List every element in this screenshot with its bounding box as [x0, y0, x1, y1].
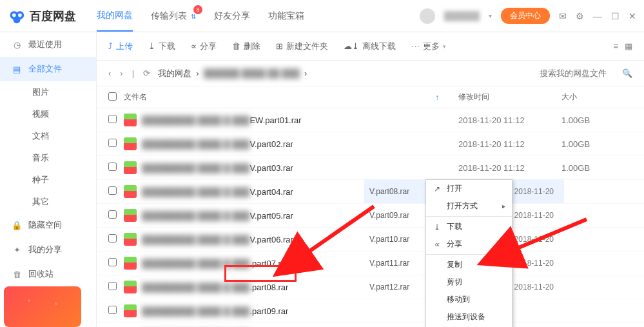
ctx-open[interactable]: ↗打开 [426, 180, 512, 197]
delete-icon: 🗑 [232, 41, 240, 51]
clock-icon: ◷ [12, 39, 22, 50]
overlay-time: 2018-11-20 [514, 187, 554, 196]
open-icon: ↗ [433, 184, 442, 193]
row-checkbox[interactable] [108, 258, 117, 266]
breadcrumb[interactable]: 我的网盘 › ██████ ████ ██ ███ › [158, 68, 307, 79]
sidebar-label: 隐藏空间 [28, 219, 62, 231]
row-checkbox[interactable] [108, 210, 117, 219]
file-mtime: 2018-11-20 11:12 [458, 139, 561, 149]
file-row[interactable]: █████████ ████ █ ███ V.part03.rar 2018-1… [97, 156, 644, 180]
select-all-checkbox[interactable] [108, 92, 117, 101]
ctx-cut[interactable]: 剪切 [426, 273, 512, 291]
col-mtime-label[interactable]: 修改时间 [458, 92, 561, 103]
transfer-badge: 8 [193, 5, 202, 14]
rar-file-icon [124, 233, 137, 246]
view-list-icon[interactable]: ≡ [613, 41, 618, 51]
file-row[interactable]: █████████ ████ █ ███ .part10.rar [97, 323, 644, 327]
filename-suffix: .part08.rar [249, 282, 288, 292]
rar-file-icon [124, 185, 137, 198]
ctx-download-label: 下载 [447, 221, 462, 232]
sidebar-cat-music[interactable]: 音乐 [0, 147, 96, 169]
tab-friend-share[interactable]: 好友分享 [214, 1, 250, 31]
svg-point-4 [18, 13, 22, 17]
sidebar-item-myshare[interactable]: ✦ 我的分享 [0, 237, 96, 262]
ctx-copy-label: 复制 [447, 259, 462, 270]
nav-back-icon[interactable]: ‹ [108, 68, 111, 78]
ctx-open-with[interactable]: 打开方式▸ [426, 197, 512, 215]
search-icon[interactable]: 🔍 [622, 68, 632, 78]
sort-asc-icon[interactable]: ↑ [435, 93, 439, 102]
row-checkbox[interactable] [108, 139, 117, 147]
crumb-root[interactable]: 我的网盘 [158, 68, 191, 78]
share-button[interactable]: ∝分享 [191, 41, 217, 52]
ctx-push-device[interactable]: 推送到设备 [426, 308, 512, 326]
sidebar-cat-docs[interactable]: 文档 [0, 125, 96, 147]
tab-my-disk[interactable]: 我的网盘 [97, 1, 133, 32]
avatar[interactable] [420, 8, 435, 24]
upload-icon: ⤴ [108, 41, 113, 51]
overlay-time: 2018-11-20 [514, 211, 554, 220]
maximize-icon[interactable]: ☐ [611, 11, 620, 21]
file-size: 1.00GB [561, 115, 632, 125]
sidebar-item-recent[interactable]: ◷ 最近使用 [0, 32, 96, 57]
sidebar-cat-images[interactable]: 图片 [0, 81, 96, 103]
rar-file-icon [124, 304, 137, 317]
app-title: 百度网盘 [30, 8, 76, 24]
crumb-sep: › [194, 68, 204, 78]
nav-row: ‹ › | ⟳ 我的网盘 › ██████ ████ ██ ███ › 🔍 [97, 61, 644, 86]
sidebar-cat-videos[interactable]: 视频 [0, 103, 96, 125]
upload-button[interactable]: ⤴上传 [108, 41, 133, 52]
nav-forward-icon[interactable]: › [120, 68, 122, 78]
file-row[interactable]: █████████ ████ █ ███ EW.part01.rar 2018-… [97, 108, 644, 132]
dropdown-icon[interactable]: ▾ [489, 12, 492, 19]
filename-suffix: V.part03.rar [249, 163, 293, 173]
tab-toolbox[interactable]: 功能宝箱 [268, 1, 304, 31]
search-input[interactable] [540, 68, 617, 78]
sidebar-label: 全部文件 [28, 63, 62, 75]
file-name-cell: █████████ ████ █ ███ EW.part01.rar [124, 114, 458, 126]
share-icon: ∝ [433, 240, 442, 249]
sidebar-item-hidden[interactable]: 🔒 隐藏空间 [0, 213, 96, 237]
crumb-sep: › [302, 68, 307, 78]
search-box[interactable]: 🔍 [540, 68, 632, 78]
row-checkbox[interactable] [108, 163, 117, 171]
sidebar-item-allfiles[interactable]: ▤ 全部文件 [0, 57, 96, 81]
offline-dl-button[interactable]: ☁⤓离线下载 [344, 41, 396, 52]
overlay-time: 2018-11-20 [514, 282, 554, 292]
delete-button[interactable]: 🗑删除 [232, 41, 260, 52]
ctx-download[interactable]: ⤓下载 [426, 218, 512, 235]
row-checkbox[interactable] [108, 186, 117, 195]
close-icon[interactable]: ✕ [629, 11, 636, 21]
download-button[interactable]: ⤓下载 [148, 41, 175, 52]
view-grid-icon[interactable]: ▦ [625, 41, 632, 51]
row-checkbox[interactable] [108, 115, 117, 123]
sidebar-cat-torrents[interactable]: 种子 [0, 169, 96, 191]
file-row[interactable]: █████████ ████ █ ███ .part09.rar [97, 299, 644, 323]
sidebar-cat-others[interactable]: 其它 [0, 191, 96, 213]
vip-button[interactable]: 会员中心 [501, 8, 550, 24]
newfolder-button[interactable]: ⊞新建文件夹 [276, 41, 328, 52]
row-checkbox[interactable] [108, 234, 117, 243]
ctx-share[interactable]: ∝分享 [426, 235, 512, 253]
tab-transfer[interactable]: 传输列表 ⇅ 8 [151, 1, 196, 31]
file-row[interactable]: █████████ ████ █ ███ V.part02.rar 2018-1… [97, 132, 644, 156]
refresh-icon[interactable]: ⟳ [143, 68, 150, 78]
sidebar-item-recycle[interactable]: 🗑 回收站 [0, 262, 96, 286]
ctx-move-to[interactable]: 移动到 [426, 291, 512, 308]
filename-redacted: █████████ ████ █ ███ [142, 187, 249, 197]
ctx-copy[interactable]: 复制 [426, 256, 512, 273]
row-checkbox[interactable] [108, 306, 117, 314]
more-button[interactable]: ⋯更多▾ [411, 41, 446, 52]
cloud-download-icon: ☁⤓ [344, 41, 359, 51]
notify-icon[interactable]: ✉ [559, 11, 567, 21]
minimize-icon[interactable]: — [593, 11, 602, 21]
filename-suffix: EW.part01.rar [249, 115, 301, 125]
settings-icon[interactable]: ⚙ [576, 11, 584, 21]
col-size-label[interactable]: 大小 [561, 92, 632, 103]
promo-banner[interactable] [4, 286, 81, 327]
col-name-label[interactable]: 文件名 [124, 92, 147, 103]
row-checkbox[interactable] [108, 282, 117, 290]
filename-redacted: █████████ ████ █ ███ [142, 163, 249, 173]
filename-suffix: V.part06.rar [249, 235, 293, 244]
folder-plus-icon: ⊞ [276, 41, 283, 51]
